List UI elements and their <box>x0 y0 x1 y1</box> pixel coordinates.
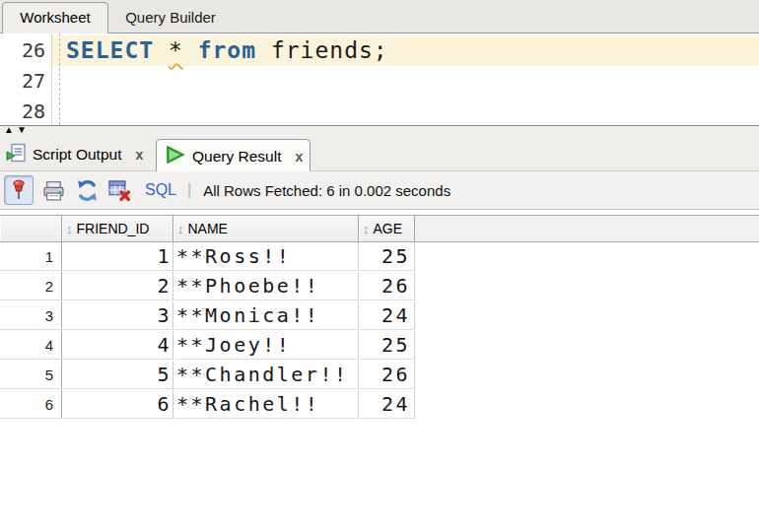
table-row[interactable]: 55**Chandler!!26 <box>0 361 759 390</box>
query-result-icon <box>165 144 186 169</box>
sql-token-plain: friends; <box>271 37 388 63</box>
sql-token-plain <box>183 37 198 63</box>
sql-token-keyword: SELECT <box>66 37 154 63</box>
pin-button[interactable] <box>4 175 34 205</box>
sql-button[interactable]: SQL <box>145 181 176 199</box>
editor-code-area[interactable]: SELECT * from friends; <box>66 35 759 126</box>
editor-line-number-gutter: 262728 <box>0 33 52 125</box>
pane-splitter[interactable]: ▲▼ <box>0 126 759 136</box>
column-header-rownum[interactable] <box>0 216 62 241</box>
row-number-cell[interactable]: 4 <box>0 331 62 360</box>
result-grid-body: 11**Ross!!2522**Phoebe!!2633**Monica!!24… <box>0 242 759 420</box>
age-cell[interactable]: 24 <box>360 390 415 419</box>
column-header-name[interactable]: ↕ NAME <box>173 216 359 241</box>
editor-margin-guide <box>59 33 60 125</box>
sql-token-plain <box>154 37 169 63</box>
column-header-age[interactable]: ↕ AGE <box>359 216 415 241</box>
row-number-cell[interactable]: 6 <box>0 390 62 419</box>
table-row[interactable]: 11**Ross!!25 <box>0 242 759 272</box>
refresh-button[interactable] <box>75 178 100 203</box>
tab-query-builder[interactable]: Query Builder <box>110 3 231 33</box>
line-number: 28 <box>0 97 51 126</box>
age-cell[interactable]: 26 <box>360 272 415 300</box>
row-number-cell[interactable]: 2 <box>0 272 62 300</box>
splitter-down-icon[interactable]: ▼ <box>17 124 30 135</box>
column-header-name-label: NAME <box>188 221 228 236</box>
sort-icon[interactable]: ↕ <box>177 222 184 236</box>
table-row[interactable]: 22**Phoebe!!26 <box>0 272 759 301</box>
name-cell[interactable]: **Ross!! <box>174 242 359 271</box>
sql-token-error: * <box>169 37 183 63</box>
sql-editor[interactable]: 262728 SELECT * from friends; <box>0 33 759 126</box>
result-tabbar: Script Output x Query Result x <box>0 136 759 171</box>
friend-id-cell[interactable]: 5 <box>63 361 173 389</box>
tab-worksheet[interactable]: Worksheet <box>2 2 108 33</box>
result-grid-header: ↕ FRIEND_ID ↕ NAME ↕ AGE <box>0 215 759 242</box>
friend-id-cell[interactable]: 4 <box>63 331 173 360</box>
name-cell[interactable]: **Chandler!! <box>174 361 359 389</box>
sql-token-keyword: from <box>198 37 256 63</box>
toolbar-separator: | <box>187 181 191 199</box>
script-output-icon <box>6 143 27 167</box>
age-cell[interactable]: 25 <box>360 242 415 271</box>
splitter-collapse-arrows[interactable]: ▲▼ <box>4 124 30 136</box>
name-cell[interactable]: **Rachel!! <box>174 390 359 419</box>
sort-icon[interactable]: ↕ <box>363 222 370 236</box>
column-header-friend-id[interactable]: ↕ FRIEND_ID <box>62 216 173 241</box>
pin-icon <box>9 179 29 201</box>
splitter-up-icon[interactable]: ▲ <box>4 124 17 135</box>
tab-query-result-close-icon[interactable]: x <box>295 149 303 165</box>
delete-grid-button[interactable] <box>107 178 132 203</box>
friend-id-cell[interactable]: 6 <box>63 390 173 419</box>
empty-code-line[interactable] <box>66 97 759 126</box>
tab-query-result-label: Query Result <box>192 148 281 166</box>
fetch-status-text: All Rows Fetched: 6 in 0.002 seconds <box>203 182 450 199</box>
line-number: 27 <box>0 66 51 97</box>
name-cell[interactable]: **Joey!! <box>174 331 359 360</box>
table-row[interactable]: 66**Rachel!!24 <box>0 390 759 420</box>
sort-icon[interactable]: ↕ <box>66 222 73 236</box>
empty-code-line[interactable] <box>66 66 759 97</box>
query-result-toolbar: SQL | All Rows Fetched: 6 in 0.002 secon… <box>0 171 759 210</box>
table-row[interactable]: 33**Monica!!24 <box>0 301 759 331</box>
friend-id-cell[interactable]: 3 <box>63 301 173 330</box>
line-number: 26 <box>0 35 51 66</box>
tab-script-output-label: Script Output <box>33 146 121 164</box>
editor-tabbar: Worksheet Query Builder <box>0 0 759 33</box>
name-cell[interactable]: **Monica!! <box>174 301 359 330</box>
sql-token-plain <box>256 37 271 63</box>
tab-script-output-close-icon[interactable]: x <box>135 147 143 163</box>
age-cell[interactable]: 24 <box>360 301 415 330</box>
sql-statement-line[interactable]: SELECT * from friends; <box>66 35 759 66</box>
friend-id-cell[interactable]: 2 <box>63 272 173 300</box>
row-number-cell[interactable]: 3 <box>0 301 62 330</box>
row-number-cell[interactable]: 5 <box>0 361 62 389</box>
age-cell[interactable]: 26 <box>360 361 415 389</box>
name-cell[interactable]: **Phoebe!! <box>174 272 359 300</box>
tab-script-output[interactable]: Script Output x <box>0 139 143 170</box>
table-row[interactable]: 44**Joey!!25 <box>0 331 759 361</box>
print-button[interactable] <box>42 179 65 202</box>
tab-query-result[interactable]: Query Result x <box>156 139 310 172</box>
age-cell[interactable]: 25 <box>360 331 415 360</box>
column-header-age-label: AGE <box>374 221 403 236</box>
sql-developer-worksheet-window: Worksheet Query Builder 262728 SELECT * … <box>0 0 759 532</box>
column-header-friend-id-label: FRIEND_ID <box>77 221 150 236</box>
column-header-filler <box>415 216 759 241</box>
row-number-cell[interactable]: 1 <box>0 242 62 271</box>
friend-id-cell[interactable]: 1 <box>63 242 173 271</box>
